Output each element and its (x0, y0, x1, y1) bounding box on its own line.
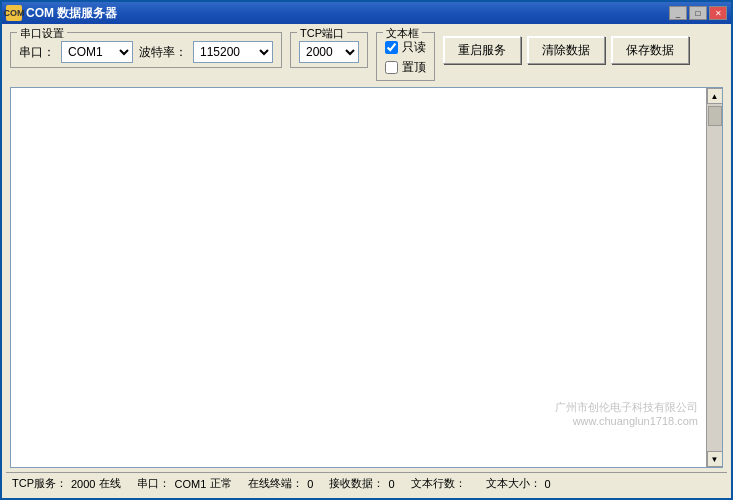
title-bar: COM COM 数据服务器 _ □ ✕ (2, 2, 731, 24)
scroll-up-button[interactable]: ▲ (707, 88, 723, 104)
recv-data-label: 接收数据： (329, 476, 384, 491)
save-button[interactable]: 保存数据 (611, 36, 689, 64)
textbox-options-group: 文本框 只读 置顶 (376, 32, 435, 81)
action-buttons: 重启服务 清除数据 保存数据 (443, 32, 689, 64)
scrollbar[interactable]: ▲ ▼ (706, 88, 722, 467)
window-controls: _ □ ✕ (669, 6, 727, 20)
tcp-online-status: 在线 (99, 476, 121, 491)
online-terminals-label: 在线终端： (248, 476, 303, 491)
main-content: 串口设置 串口： COM1 COM2 COM3 COM4 波特率： 9600 1… (2, 24, 731, 498)
tcp-service-label: TCP服务： (12, 476, 67, 491)
minimize-button[interactable]: _ (669, 6, 687, 20)
status-bar: TCP服务： 2000 在线 串口： COM1 正常 在线终端： 0 接收数据：… (6, 472, 727, 494)
text-size-value: 0 (545, 478, 551, 490)
online-count-value: 0 (307, 478, 313, 490)
com-normal-status: 正常 (210, 476, 232, 491)
com-label: 串口： (19, 44, 55, 61)
scroll-thumb[interactable] (708, 106, 722, 126)
scroll-down-button[interactable]: ▼ (707, 451, 723, 467)
clear-button[interactable]: 清除数据 (527, 36, 605, 64)
text-area-container: ▲ ▼ 广州市创伦电子科技有限公司 www.chuanglun1718.com (10, 87, 723, 468)
textbox-group-label: 文本框 (383, 26, 422, 41)
window-title: COM 数据服务器 (26, 5, 669, 22)
main-window: COM COM 数据服务器 _ □ ✕ 串口设置 串口： COM1 COM2 C… (0, 0, 733, 500)
baud-select[interactable]: 9600 19200 38400 57600 115200 (193, 41, 273, 63)
tcp-group-label: TCP端口 (297, 26, 347, 41)
com-status-item: 串口： COM1 正常 (137, 476, 232, 491)
recv-count-value: 0 (388, 478, 394, 490)
ontop-row: 置顶 (385, 59, 426, 76)
tcp-port-group: TCP端口 2000 3000 4000 (290, 32, 368, 68)
tcp-controls: 2000 3000 4000 (299, 39, 359, 63)
com-port-label: 串口： (137, 476, 170, 491)
tcp-status-item: TCP服务： 2000 在线 (12, 476, 121, 491)
readonly-label: 只读 (402, 39, 426, 56)
online-count-item: 在线终端： 0 (248, 476, 313, 491)
serial-controls: 串口： COM1 COM2 COM3 COM4 波特率： 9600 19200 … (19, 39, 273, 63)
serial-port-group: 串口设置 串口： COM1 COM2 COM3 COM4 波特率： 9600 1… (10, 32, 282, 68)
baud-label: 波特率： (139, 44, 187, 61)
ontop-label: 置顶 (402, 59, 426, 76)
data-textarea[interactable] (11, 88, 706, 467)
text-size-label: 文本大小： (486, 476, 541, 491)
maximize-button[interactable]: □ (689, 6, 707, 20)
tcp-port-value: 2000 (71, 478, 95, 490)
com-port-value: COM1 (174, 478, 206, 490)
close-button[interactable]: ✕ (709, 6, 727, 20)
text-lines-label: 文本行数： (411, 476, 466, 491)
tcp-select[interactable]: 2000 3000 4000 (299, 41, 359, 63)
com-select[interactable]: COM1 COM2 COM3 COM4 (61, 41, 133, 63)
readonly-checkbox[interactable] (385, 41, 398, 54)
window-icon: COM (6, 5, 22, 21)
ontop-checkbox[interactable] (385, 61, 398, 74)
restart-button[interactable]: 重启服务 (443, 36, 521, 64)
size-item: 文本大小： 0 (486, 476, 551, 491)
lines-item: 文本行数： (411, 476, 470, 491)
readonly-row: 只读 (385, 39, 426, 56)
recv-count-item: 接收数据： 0 (329, 476, 394, 491)
serial-group-label: 串口设置 (17, 26, 67, 41)
toolbar: 串口设置 串口： COM1 COM2 COM3 COM4 波特率： 9600 1… (6, 28, 727, 87)
